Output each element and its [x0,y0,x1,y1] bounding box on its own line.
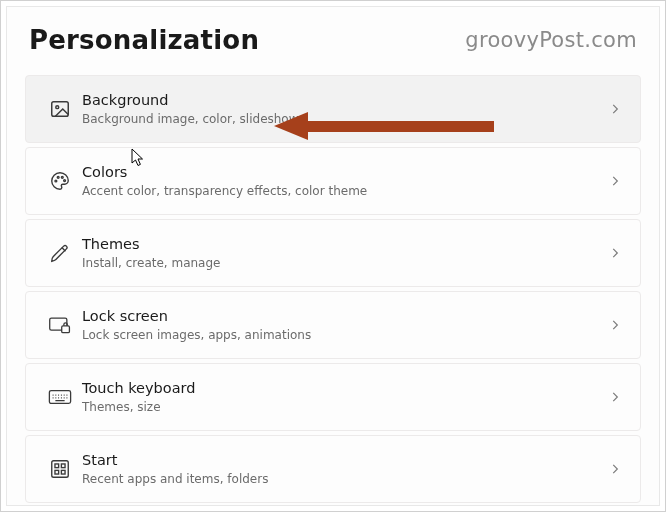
palette-icon [38,170,82,192]
svg-point-5 [64,180,66,182]
item-title: Themes [82,235,608,253]
item-subtitle: Recent apps and items, folders [82,472,608,487]
svg-point-2 [55,180,57,182]
item-subtitle: Lock screen images, apps, animations [82,328,608,343]
svg-rect-0 [52,102,69,117]
item-title: Touch keyboard [82,379,608,397]
svg-rect-7 [62,326,70,333]
pen-icon [38,242,82,264]
svg-rect-11 [61,464,65,468]
svg-rect-10 [55,464,59,468]
item-title: Lock screen [82,307,608,325]
chevron-right-icon [608,390,622,404]
watermark: groovyPost.com [465,28,637,52]
setting-item-background[interactable]: Background Background image, color, slid… [25,75,641,143]
item-title: Background [82,91,608,109]
setting-item-lock-screen[interactable]: Lock screen Lock screen images, apps, an… [25,291,641,359]
chevron-right-icon [608,462,622,476]
svg-rect-9 [52,461,69,478]
image-icon [38,98,82,120]
chevron-right-icon [608,246,622,260]
item-subtitle: Accent color, transparency effects, colo… [82,184,608,199]
setting-item-themes[interactable]: Themes Install, create, manage [25,219,641,287]
svg-rect-12 [55,470,59,474]
svg-point-4 [61,176,63,178]
item-title: Start [82,451,608,469]
start-icon [38,458,82,480]
item-subtitle: Install, create, manage [82,256,608,271]
svg-rect-13 [61,470,65,474]
setting-item-touch-keyboard[interactable]: Touch keyboard Themes, size [25,363,641,431]
svg-point-1 [56,106,59,109]
item-title: Colors [82,163,608,181]
chevron-right-icon [608,318,622,332]
header: Personalization groovyPost.com [7,7,659,65]
page-title: Personalization [29,25,259,55]
setting-item-start[interactable]: Start Recent apps and items, folders [25,435,641,503]
chevron-right-icon [608,174,622,188]
svg-point-3 [57,176,59,178]
item-subtitle: Background image, color, slideshow [82,112,608,127]
lock-screen-icon [38,315,82,335]
item-subtitle: Themes, size [82,400,608,415]
keyboard-icon [38,388,82,406]
setting-item-colors[interactable]: Colors Accent color, transparency effect… [25,147,641,215]
settings-list: Background Background image, color, slid… [7,65,659,503]
chevron-right-icon [608,102,622,116]
svg-rect-8 [49,391,70,404]
